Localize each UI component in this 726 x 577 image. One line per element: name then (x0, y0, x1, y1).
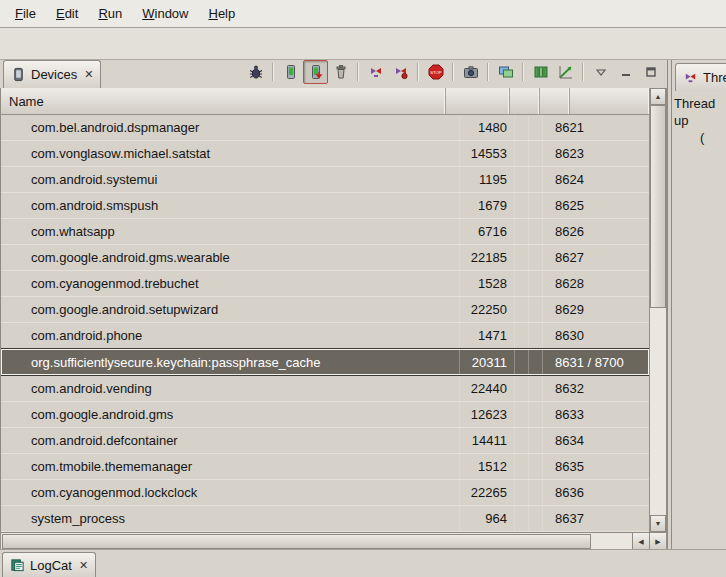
process-row[interactable]: com.google.android.setupwizard222508629 (1, 297, 649, 323)
process-row[interactable]: system_process9648637 (1, 506, 649, 532)
pid-cell: 1480 (460, 115, 515, 140)
port-cell: 8625 (543, 193, 649, 218)
tab-logcat[interactable]: LogCat ✕ (2, 552, 96, 577)
process-row[interactable]: com.whatsapp67168626 (1, 219, 649, 245)
process-name-cell: com.android.smspush (1, 193, 460, 218)
process-table: Name com.bel.android.dspmanager14808621c… (0, 88, 667, 533)
scroll-right-icon[interactable]: ▶ (649, 533, 666, 550)
empty-cell (529, 271, 543, 296)
port-cell: 8630 (543, 323, 649, 348)
process-row[interactable]: com.android.systemui11958624 (1, 167, 649, 193)
minimize-icon[interactable] (613, 60, 638, 84)
process-name-cell: com.google.android.gms (1, 402, 460, 427)
empty-cell (515, 193, 529, 218)
empty-cell (515, 115, 529, 140)
process-row[interactable]: com.cyanogenmod.trebuchet15288628 (1, 271, 649, 297)
update-heap-icon[interactable] (278, 60, 303, 84)
menu-window[interactable]: Window (133, 3, 197, 24)
vertical-scroll-track[interactable] (650, 105, 666, 515)
screen-capture-icon[interactable] (458, 60, 483, 84)
process-row[interactable]: com.google.android.gms.wearable221858627 (1, 245, 649, 271)
scroll-down-icon[interactable]: ▼ (650, 515, 666, 532)
stop-process-icon[interactable]: STOP (423, 60, 448, 84)
menubar: File Edit Run Window Help (0, 0, 726, 28)
column-header-c2[interactable] (540, 88, 570, 114)
toolbar-separator (272, 63, 274, 81)
debug-process-icon[interactable] (243, 60, 268, 84)
process-row[interactable]: com.google.android.gms126238633 (1, 402, 649, 428)
scroll-up-icon[interactable]: ▲ (650, 88, 666, 105)
toolbar-separator (452, 63, 454, 81)
tab-logcat-label: LogCat (30, 558, 72, 573)
network-statistics-icon[interactable] (553, 60, 578, 84)
column-header-name[interactable]: Name (1, 88, 446, 114)
process-row[interactable]: com.android.defcontainer144118634 (1, 428, 649, 454)
tab-threads-label: Threa (703, 70, 726, 85)
empty-cell (515, 480, 529, 505)
tab-threads[interactable]: Threa (675, 63, 726, 91)
tab-devices-close-icon[interactable]: ✕ (84, 68, 93, 81)
empty-cell (529, 376, 543, 401)
pid-cell: 964 (460, 506, 515, 531)
cause-gc-icon[interactable] (328, 60, 353, 84)
port-cell: 8631 / 8700 (543, 349, 649, 375)
column-header-pid[interactable] (446, 88, 510, 114)
process-row[interactable]: com.bel.android.dspmanager14808621 (1, 115, 649, 141)
start-method-profiling-icon[interactable] (388, 60, 413, 84)
process-row-selected[interactable]: org.sufficientlysecure.keychain:passphra… (1, 348, 649, 376)
column-header-c1[interactable] (510, 88, 540, 114)
empty-cell (529, 349, 543, 375)
pid-cell: 20311 (460, 349, 515, 375)
empty-cell (515, 428, 529, 453)
process-name-cell: com.vonglasow.michael.satstat (1, 141, 460, 166)
process-name-cell: com.cyanogenmod.trebuchet (1, 271, 460, 296)
process-row[interactable]: com.vonglasow.michael.satstat145538623 (1, 141, 649, 167)
threads-tabbar: Threa (672, 60, 726, 91)
vertical-scroll-thumb[interactable] (650, 105, 666, 308)
pid-cell: 12623 (460, 402, 515, 427)
screenshot-gallery-icon[interactable] (493, 60, 518, 84)
dump-hprof-icon[interactable] (303, 60, 328, 84)
horizontal-scroll-thumb[interactable] (2, 534, 591, 549)
column-header-port[interactable] (570, 88, 649, 114)
process-row[interactable]: com.android.vending224408632 (1, 376, 649, 402)
view-menu-icon[interactable] (588, 60, 613, 84)
main-area: Devices ✕ (0, 60, 726, 550)
pid-cell: 22265 (460, 480, 515, 505)
port-cell: 8633 (543, 402, 649, 427)
vertical-scrollbar[interactable]: ▲ ▼ (649, 88, 666, 532)
process-row[interactable]: com.android.smspush16798625 (1, 193, 649, 219)
update-threads-icon[interactable] (363, 60, 388, 84)
menu-help[interactable]: Help (199, 3, 244, 24)
menu-file[interactable]: File (6, 3, 45, 24)
svg-text:STOP: STOP (430, 70, 442, 75)
empty-cell (515, 297, 529, 322)
port-cell: 8634 (543, 428, 649, 453)
toolbar-separator (417, 63, 419, 81)
scroll-left-icon[interactable]: ◀ (632, 533, 649, 550)
tab-devices-label: Devices (31, 67, 77, 82)
process-row[interactable]: com.android.phone14718630 (1, 323, 649, 349)
menu-run[interactable]: Run (89, 3, 131, 24)
empty-cell (529, 141, 543, 166)
menu-edit[interactable]: Edit (47, 3, 87, 24)
port-cell: 8637 (543, 506, 649, 531)
process-row[interactable]: com.cyanogenmod.lockclock222658636 (1, 480, 649, 506)
process-row[interactable]: com.tmobile.thememanager15128635 (1, 454, 649, 480)
port-cell: 8636 (543, 480, 649, 505)
threads-message-line2: ( (700, 129, 724, 146)
pid-cell: 14411 (460, 428, 515, 453)
port-cell: 8627 (543, 245, 649, 270)
empty-cell (529, 219, 543, 244)
empty-cell (515, 167, 529, 192)
maximize-icon[interactable] (638, 60, 663, 84)
tab-logcat-close-icon[interactable]: ✕ (79, 559, 88, 572)
process-name-cell: com.bel.android.dspmanager (1, 115, 460, 140)
heap-columns-icon[interactable] (528, 60, 553, 84)
tab-devices[interactable]: Devices ✕ (3, 60, 101, 88)
horizontal-scroll-track[interactable] (1, 533, 632, 550)
threads-panel: Threa Thread up ( (671, 60, 726, 550)
port-cell: 8635 (543, 454, 649, 479)
port-cell: 8632 (543, 376, 649, 401)
empty-cell (515, 402, 529, 427)
